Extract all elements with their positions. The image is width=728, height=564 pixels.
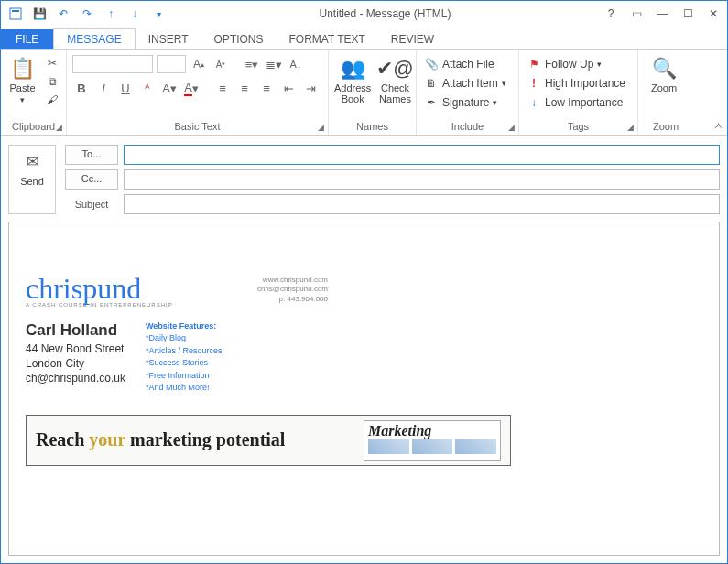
clear-format-icon[interactable]: ᴬ — [138, 79, 157, 97]
font-size-input[interactable] — [157, 55, 186, 73]
collapse-ribbon-icon[interactable]: ㅅ — [713, 119, 723, 133]
bold-icon[interactable]: B — [72, 79, 91, 97]
signature-site: www.chrispund.com — [257, 276, 328, 285]
window-title: Untitled - Message (HTML) — [169, 7, 601, 20]
subject-input[interactable] — [124, 194, 720, 214]
tab-format-text[interactable]: FORMAT TEXT — [277, 29, 378, 49]
signature-label: Signature — [442, 96, 489, 109]
paperclip-icon: 📎 — [424, 58, 439, 70]
shrink-font-icon[interactable]: A▾ — [212, 55, 230, 73]
next-icon[interactable]: ↓ — [124, 4, 146, 24]
outdent-icon[interactable]: ⇤ — [279, 79, 298, 97]
align-right-icon[interactable]: ≡ — [257, 79, 276, 97]
check-names-label: Check Names — [376, 82, 413, 104]
undo-icon[interactable]: ↶ — [52, 4, 74, 24]
send-button[interactable]: ✉ Send — [8, 145, 56, 214]
underline-icon[interactable]: U — [116, 79, 135, 97]
svg-rect-1 — [12, 10, 19, 12]
group-basictext-label: Basic Text — [175, 121, 221, 132]
grow-font-icon[interactable]: A▴ — [190, 55, 208, 73]
subject-label: Subject — [65, 199, 118, 210]
close-icon[interactable]: ✕ — [703, 5, 723, 23]
numbering-icon[interactable]: ≣▾ — [265, 55, 283, 73]
signature-feat-2: *Success Stories — [146, 357, 223, 370]
group-basic-text: A▴ A▾ ≡▾ ≣▾ A↓ B I U ᴬ A▾ A▾ ≡ ≡ — [67, 50, 329, 135]
prev-icon[interactable]: ↑ — [100, 4, 122, 24]
flag-icon: ⚑ — [527, 58, 541, 70]
highlight-icon[interactable]: A▾ — [160, 79, 179, 97]
tags-launcher-icon[interactable]: ◢ — [627, 123, 634, 132]
cc-button[interactable]: Cc... — [65, 169, 118, 190]
signature-email: chris@chrispund.com — [257, 285, 328, 294]
minimize-icon[interactable]: — — [652, 5, 672, 23]
group-zoom: 🔍 Zoom Zoom — [638, 50, 693, 135]
attach-file-button[interactable]: 📎Attach File — [422, 55, 508, 73]
maximize-icon[interactable]: ☐ — [678, 5, 698, 23]
banner-pre: Reach — [36, 429, 89, 450]
signature-email2: ch@chrispund.co.uk — [26, 371, 125, 385]
font-family-input[interactable] — [72, 55, 153, 73]
bullets-icon[interactable]: ≡▾ — [243, 55, 261, 73]
align-left-icon[interactable]: ≡ — [213, 79, 232, 97]
email-signature-block: chrispund A CRASH COURSE IN ENTREPRENEUR… — [26, 276, 328, 395]
tab-options[interactable]: OPTIONS — [201, 29, 277, 49]
ribbon-opts-icon[interactable]: ▭ — [626, 5, 647, 23]
format-painter-icon[interactable]: 🖌 — [44, 92, 60, 108]
magnifier-icon: 🔍 — [652, 55, 677, 82]
italic-icon[interactable]: I — [94, 79, 113, 97]
banner-post: marketing potential — [125, 429, 285, 450]
address-book-button[interactable]: 👥 Address Book — [334, 53, 371, 104]
group-clipboard-label: Clipboard — [12, 121, 55, 132]
high-importance-icon: ! — [527, 77, 541, 90]
check-names-icon: ✔@ — [376, 55, 413, 82]
signature-logo-sub: A CRASH COURSE IN ENTREPRENEURSHIP — [26, 302, 173, 308]
to-input[interactable] — [124, 145, 720, 165]
office-icon[interactable] — [5, 4, 27, 24]
font-color-icon[interactable]: A▾ — [182, 79, 201, 97]
basictext-launcher-icon[interactable]: ◢ — [318, 123, 324, 132]
signature-feat-1: *Articles / Resources — [146, 345, 223, 358]
qat-customize-icon[interactable]: ▾ — [147, 4, 169, 24]
tab-message[interactable]: MESSAGE — [53, 28, 135, 50]
tab-review[interactable]: REVIEW — [378, 29, 447, 49]
banner-text: Reach your marketing potential — [36, 429, 285, 450]
attach-file-label: Attach File — [442, 58, 494, 70]
message-body[interactable]: chrispund A CRASH COURSE IN ENTREPRENEUR… — [8, 222, 720, 556]
signature-addr2: London City — [26, 356, 125, 371]
follow-up-label: Follow Up — [545, 58, 593, 70]
cut-icon[interactable]: ✂ — [44, 55, 60, 71]
group-include: 📎Attach File 🗎Attach Item ▾ ✒Signature ▾… — [417, 50, 519, 135]
signature-button[interactable]: ✒Signature ▾ — [422, 93, 508, 112]
indent-icon[interactable]: ⇥ — [301, 79, 320, 97]
tab-insert[interactable]: INSERT — [136, 29, 201, 49]
align-center-icon[interactable]: ≡ — [235, 79, 254, 97]
signature-person: Carl Holland 44 New Bond Street London C… — [26, 320, 125, 395]
magazine-title: Marketing — [368, 423, 496, 439]
group-names-label: Names — [334, 119, 410, 135]
check-names-button[interactable]: ✔@ Check Names — [376, 53, 413, 104]
help-icon[interactable]: ? — [601, 5, 621, 23]
follow-up-button[interactable]: ⚑Follow Up ▾ — [525, 55, 627, 73]
high-importance-button[interactable]: !High Importance — [525, 74, 627, 92]
low-importance-button[interactable]: ↓Low Importance — [525, 93, 627, 112]
copy-icon[interactable]: ⧉ — [44, 73, 60, 90]
paste-label: Paste — [9, 82, 35, 93]
save-icon[interactable]: 💾 — [28, 4, 50, 24]
to-button[interactable]: To... — [65, 145, 118, 165]
banner-em: your — [89, 429, 125, 450]
zoom-button[interactable]: 🔍 Zoom — [644, 53, 684, 93]
ribbon: 📋 Paste▾ ✂ ⧉ 🖌 Clipboard◢ A▴ A▾ — [1, 49, 727, 136]
cc-input[interactable] — [124, 169, 720, 190]
attach-item-button[interactable]: 🗎Attach Item ▾ — [422, 74, 508, 92]
signature-feat-4: *And Much More! — [146, 382, 223, 395]
paste-button[interactable]: 📋 Paste▾ — [6, 53, 38, 105]
address-book-label: Address Book — [334, 82, 371, 104]
clipboard-launcher-icon[interactable]: ◢ — [56, 123, 62, 132]
titlebar: 💾 ↶ ↷ ↑ ↓ ▾ Untitled - Message (HTML) ? … — [1, 1, 727, 27]
sort-icon[interactable]: A↓ — [287, 55, 305, 73]
include-launcher-icon[interactable]: ◢ — [508, 123, 515, 132]
group-tags: ⚑Follow Up ▾ !High Importance ↓Low Impor… — [519, 50, 638, 135]
signature-icon: ✒ — [424, 96, 439, 109]
tab-file[interactable]: FILE — [1, 29, 53, 49]
redo-icon[interactable]: ↷ — [76, 4, 98, 24]
